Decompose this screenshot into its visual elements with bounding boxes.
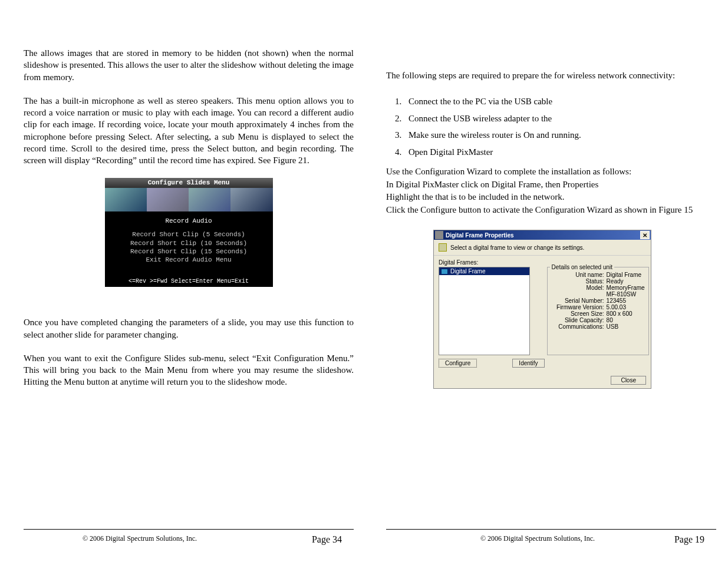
frame-item-label: Digital Frame [450, 268, 485, 275]
fig1-title: Configure Slides Menu [105, 178, 273, 188]
kv-v6: 80 [607, 317, 645, 323]
thumb-4 [230, 188, 272, 211]
frames-label: Digital Frames: [439, 259, 646, 266]
follow-2: In Digital PixMaster click on Digital Fr… [386, 179, 716, 191]
fig1-opt-1: Record Short Clip (5 Seconds) [105, 230, 273, 239]
close-button[interactable]: Close [611, 376, 646, 385]
follow-4: Click the Configure button to activate t… [386, 204, 716, 216]
fig1-options: Record Short Clip (5 Seconds) Record Sho… [105, 228, 273, 269]
dialog-subtext: Select a digital frame to view or change… [450, 244, 584, 251]
left-para-1: The allows images that are stored in mem… [24, 47, 354, 83]
kv-v7: USB [607, 323, 645, 330]
kv-k5: Screen Size: [551, 310, 604, 317]
dialog-footer: Close [434, 371, 651, 388]
right-page: The following steps are required to prep… [386, 47, 716, 389]
kv-k7: Communications: [551, 323, 604, 330]
fig1-subtitle: Record Audio [105, 211, 273, 228]
kv-v1: Ready [607, 278, 645, 285]
configure-button[interactable]: Configure [439, 359, 477, 368]
kv-v5: 800 x 600 [607, 310, 645, 317]
left-para-3: Once you have completed changing the par… [24, 316, 354, 340]
step-4: Open Digital PixMaster [404, 144, 716, 161]
kv-k1: Status: [551, 278, 604, 285]
frame-item-selected[interactable]: Digital Frame [439, 267, 529, 275]
left-page-footer: © 2006 Digital Spectrum Solutions, Inc. … [24, 529, 354, 545]
thumb-1 [105, 188, 147, 211]
close-icon[interactable]: ✕ [640, 231, 650, 239]
left-page: The allows images that are stored in mem… [24, 47, 354, 400]
fig1-footer: <=Rev >=Fwd Select=Enter Menu=Exit [105, 269, 273, 287]
follow-1: Use the Configuration Wizard to complete… [386, 166, 716, 178]
figure-configure-slides: Configure Slides Menu Record Audio Recor… [105, 178, 273, 287]
fig1-opt-2: Record Short Clip (10 Seconds) [105, 239, 273, 247]
kv-v0: Digital Frame [607, 272, 645, 278]
thumb-3 [189, 188, 230, 211]
details-legend: Details on selected unit [550, 264, 614, 270]
frame-icon [441, 269, 448, 275]
kv-k2: Model: [551, 285, 604, 297]
kv-v2: MemoryFrame MF-810SW [607, 285, 645, 297]
kv-k0: Unit name: [551, 272, 604, 278]
fig1-thumbs [105, 188, 273, 211]
dialog-body: Digital Frames: Digital Frame Configure … [434, 256, 651, 371]
fig1-opt-4: Exit Record Audio Menu [105, 256, 273, 264]
left-para-2: The has a built-in microphone as well as… [24, 95, 354, 167]
dialog-icon [435, 231, 443, 239]
right-intro: The following steps are required to prep… [386, 70, 716, 81]
left-copyright: © 2006 Digital Spectrum Solutions, Inc. [83, 534, 197, 543]
kv-k4: Firmware Version: [551, 304, 604, 310]
details-kv: Unit name:Digital Frame Status:Ready Mod… [551, 272, 645, 330]
right-copyright: © 2006 Digital Spectrum Solutions, Inc. [480, 534, 595, 543]
dialog-titlebar[interactable]: Digital Frame Properties ✕ [434, 230, 651, 240]
step-2: Connect the USB wireless adapter to the [404, 110, 716, 127]
left-para-4: When you want to exit the Configure Slid… [24, 352, 354, 388]
dialog-title: Digital Frame Properties [446, 232, 514, 239]
right-page-number: Page 19 [674, 534, 704, 545]
kv-k6: Slide Capacity: [551, 317, 604, 323]
follow-3: Highlight the that is to be included in … [386, 191, 716, 203]
hint-icon [439, 243, 447, 252]
identify-button[interactable]: Identify [512, 359, 544, 368]
digital-frame-properties-dialog: Digital Frame Properties ✕ Select a digi… [433, 230, 651, 389]
right-page-footer: © 2006 Digital Spectrum Solutions, Inc. … [386, 529, 716, 545]
fig1-opt-3: Record Short Clip (15 Seconds) [105, 247, 273, 256]
steps-list: Connect the to the PC via the USB cable … [404, 93, 716, 160]
kv-v4: 5.00.03 [607, 304, 645, 310]
kv-v3: 123455 [607, 297, 645, 304]
dialog-subheader: Select a digital frame to view or change… [434, 240, 651, 256]
frames-listbox[interactable]: Digital Frame [439, 267, 530, 355]
left-page-number: Page 34 [312, 534, 342, 545]
kv-k3: Serial Number: [551, 297, 604, 304]
followup-block: Use the Configuration Wizard to complete… [386, 166, 716, 216]
thumb-2 [147, 188, 189, 211]
details-pane: Details on selected unit Unit name:Digit… [547, 267, 649, 355]
step-1: Connect the to the PC via the USB cable [404, 93, 716, 110]
step-3: Make sure the wireless router is On and … [404, 127, 716, 144]
